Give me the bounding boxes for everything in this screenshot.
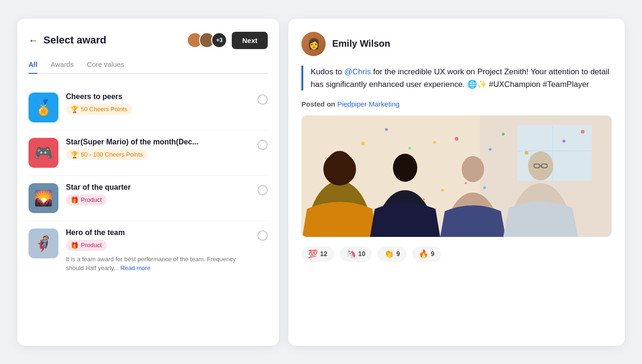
- post-photo: [301, 115, 612, 237]
- poster-avatar: 👩: [301, 32, 326, 56]
- award-thumb-quarter: 🌄: [29, 183, 58, 213]
- reaction-count-clap: 9: [396, 250, 400, 257]
- svg-rect-5: [552, 125, 553, 181]
- post-text-before: Kudos to: [311, 67, 344, 76]
- award-badge-hero: 🎁 Product: [66, 240, 107, 251]
- reaction-fire[interactable]: 🔥 9: [412, 246, 441, 262]
- reaction-emoji-fire: 🔥: [419, 249, 428, 259]
- svg-point-30: [465, 182, 467, 184]
- read-more-hero[interactable]: Read more: [121, 264, 150, 271]
- svg-point-13: [581, 130, 585, 134]
- badge-icon-mario: 🏆: [71, 151, 78, 158]
- award-thumb-hero: 🦸: [29, 228, 58, 258]
- blue-bar: [301, 65, 303, 91]
- svg-point-8: [385, 128, 388, 131]
- poster-name: Emily Wilson: [332, 38, 390, 49]
- next-button[interactable]: Next: [232, 32, 268, 49]
- posted-on-label: Posted on: [301, 100, 335, 108]
- award-badge-quarter: 🎁 Product: [66, 194, 107, 206]
- radio-cheers[interactable]: [257, 94, 268, 105]
- svg-point-29: [441, 189, 444, 192]
- header-left: ← Select award: [29, 34, 107, 46]
- reaction-count-100: 12: [320, 250, 328, 257]
- svg-point-12: [563, 140, 565, 143]
- reactions-bar: 💯 12 🦄 10 👏 9 🔥 9: [301, 246, 612, 262]
- svg-point-11: [525, 151, 528, 155]
- svg-point-32: [423, 199, 425, 200]
- reaction-count-fire: 9: [431, 250, 435, 257]
- award-info-quarter: Star of the quarter 🎁 Product: [66, 183, 250, 206]
- award-name-mario: Star(Super Mario) of the month(Dec...: [66, 138, 250, 146]
- badge-icon-cheers: 🏆: [71, 106, 78, 113]
- reaction-emoji-100: 💯: [308, 249, 318, 259]
- reaction-emoji-clap: 👏: [384, 249, 394, 259]
- award-thumb-cheers: 🏅: [29, 93, 58, 122]
- panel-title: Select award: [43, 34, 107, 46]
- avatars-group: +3: [187, 32, 227, 48]
- post-header: 👩 Emily Wilson: [301, 32, 612, 56]
- post-text: Kudos to @Chris for the incredible UX wo…: [311, 65, 612, 91]
- award-list: 🏅 Cheers to peers 🏆 50 Cheers Points 🎮: [29, 85, 268, 280]
- award-info-mario: Star(Super Mario) of the month(Dec... 🏆 …: [66, 138, 250, 160]
- reaction-clap[interactable]: 👏 9: [378, 246, 407, 262]
- badge-text-quarter: Product: [81, 196, 102, 203]
- award-info-hero: Hero of the team 🎁 Product It is a team …: [66, 228, 250, 273]
- svg-point-14: [408, 147, 411, 150]
- svg-point-10: [502, 133, 505, 136]
- tab-awards[interactable]: Awards: [50, 60, 74, 73]
- svg-point-7: [361, 142, 365, 145]
- post-meta: Posted on Piedpiper Marketing: [301, 100, 612, 108]
- post-panel: 👩 Emily Wilson Kudos to @Chris for the i…: [288, 19, 625, 346]
- svg-rect-6: [517, 150, 592, 151]
- award-badge-cheers: 🏆 50 Cheers Points: [66, 104, 132, 115]
- award-desc-hero: It is a team award for best performance …: [66, 255, 250, 273]
- avatar-plus: +3: [211, 32, 227, 48]
- badge-text-cheers: 50 Cheers Points: [81, 106, 128, 113]
- badge-text-hero: Product: [81, 242, 102, 249]
- select-award-panel: ← Select award +3 Next All Awards Core v…: [17, 19, 279, 346]
- reaction-emoji-unicorn: 🦄: [346, 249, 356, 259]
- badge-text-mario: 50 - 100 Cheers Points: [81, 151, 143, 158]
- tab-all[interactable]: All: [29, 60, 37, 73]
- award-name-quarter: Star of the quarter: [66, 183, 250, 192]
- radio-hero[interactable]: [257, 230, 268, 241]
- award-item-cheers[interactable]: 🏅 Cheers to peers 🏆 50 Cheers Points: [29, 85, 268, 130]
- svg-point-31: [483, 186, 486, 189]
- post-company[interactable]: Piedpiper Marketing: [337, 100, 399, 108]
- svg-point-23: [462, 156, 484, 182]
- award-name-hero: Hero of the team: [66, 228, 250, 237]
- back-icon[interactable]: ←: [29, 35, 38, 46]
- post-mention[interactable]: @Chris: [344, 67, 371, 76]
- badge-icon-hero: 🎁: [71, 242, 78, 249]
- badge-icon-quarter: 🎁: [71, 196, 78, 204]
- svg-point-21: [393, 154, 417, 182]
- award-info-cheers: Cheers to peers 🏆 50 Cheers Points: [66, 93, 250, 115]
- post-image: [301, 115, 612, 237]
- tabs-bar: All Awards Core values: [29, 60, 268, 74]
- award-item-hero[interactable]: 🦸 Hero of the team 🎁 Product It is a tea…: [29, 221, 268, 280]
- svg-point-19: [327, 151, 353, 181]
- svg-point-9: [455, 137, 458, 141]
- reaction-100[interactable]: 💯 12: [301, 246, 334, 262]
- reaction-count-unicorn: 10: [358, 250, 366, 257]
- main-container: ← Select award +3 Next All Awards Core v…: [17, 19, 625, 346]
- panel-header: ← Select award +3 Next: [29, 32, 268, 49]
- radio-mario[interactable]: [257, 140, 268, 150]
- tab-core-values[interactable]: Core values: [87, 60, 124, 73]
- header-right: +3 Next: [187, 32, 268, 49]
- award-item-quarter[interactable]: 🌄 Star of the quarter 🎁 Product: [29, 176, 268, 221]
- award-item-mario[interactable]: 🎮 Star(Super Mario) of the month(Dec... …: [29, 130, 268, 176]
- post-body: Kudos to @Chris for the incredible UX wo…: [301, 65, 612, 91]
- award-name-cheers: Cheers to peers: [66, 93, 250, 101]
- reaction-unicorn[interactable]: 🦄 10: [340, 246, 372, 262]
- award-thumb-mario: 🎮: [29, 138, 58, 168]
- award-badge-mario: 🏆 50 - 100 Cheers Points: [66, 149, 148, 160]
- radio-quarter[interactable]: [257, 185, 268, 195]
